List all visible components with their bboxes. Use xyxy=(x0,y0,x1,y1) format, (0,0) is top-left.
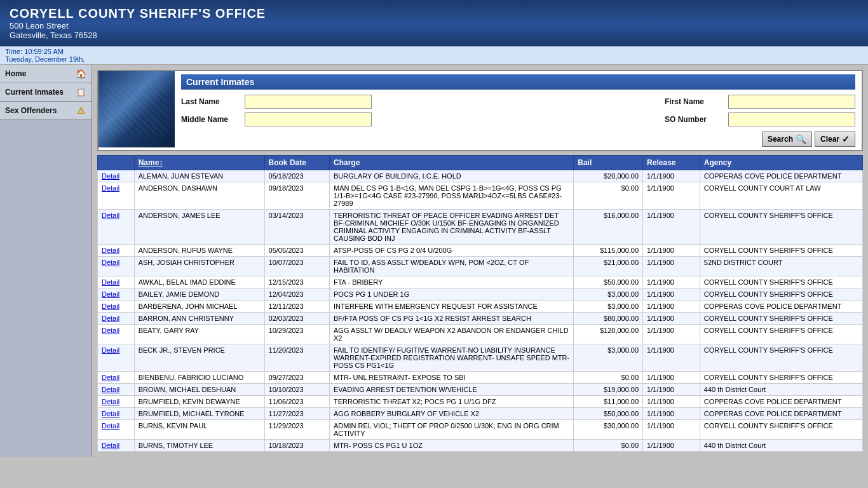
search-button[interactable]: Search 🔍 xyxy=(762,132,812,147)
book-date-cell: 12/04/2023 xyxy=(264,288,329,301)
agency-cell: COPPERAS COVE POLICE DEPARTMENT xyxy=(700,170,862,182)
detail-cell[interactable]: Detail xyxy=(98,245,135,257)
detail-link[interactable]: Detail xyxy=(102,290,119,298)
detail-cell[interactable]: Detail xyxy=(98,396,135,408)
detail-link[interactable]: Detail xyxy=(102,247,119,254)
bail-cell: $16,000.00 xyxy=(574,210,643,245)
release-cell: 1/1/1900 xyxy=(643,182,700,210)
charge-cell: MTR- POSS CS PG1 U 1OZ xyxy=(330,440,574,452)
book-date-cell: 10/07/2023 xyxy=(264,257,329,276)
book-date-cell: 11/29/2023 xyxy=(264,420,329,440)
agency-cell: CORYELL COUNTY SHERIFF'S OFFICE xyxy=(700,313,862,325)
name-cell: BRUMFIELD, MICHAEL TYRONE xyxy=(134,408,264,420)
sidebar-item-home[interactable]: Home 🏠 xyxy=(0,65,92,83)
detail-cell[interactable]: Detail xyxy=(98,210,135,245)
detail-cell[interactable]: Detail xyxy=(98,344,135,372)
book-date-cell: 12/15/2023 xyxy=(264,276,329,288)
detail-link[interactable]: Detail xyxy=(102,410,119,417)
detail-link[interactable]: Detail xyxy=(102,422,119,430)
detail-link[interactable]: Detail xyxy=(102,442,119,449)
bail-cell: $20,000.00 xyxy=(574,170,643,182)
so-number-input[interactable] xyxy=(728,112,855,126)
table-row: Detail BRUMFIELD, KEVIN DEWAYNE 11/06/20… xyxy=(98,396,863,408)
middle-name-input[interactable] xyxy=(245,112,372,126)
release-cell: 1/1/1900 xyxy=(643,276,700,288)
name-cell: ASH, JOSIAH CHRISTOPHER xyxy=(134,257,264,276)
first-name-input[interactable] xyxy=(728,95,855,109)
last-name-input[interactable] xyxy=(245,95,372,109)
name-cell: BIENBENU, FABRICIO LUCIANO xyxy=(134,372,264,384)
detail-cell[interactable]: Detail xyxy=(98,257,135,276)
detail-cell[interactable]: Detail xyxy=(98,440,135,452)
book-date-cell: 10/10/2023 xyxy=(264,384,329,396)
charge-cell: TERRORISTIC THREAT X2; POCS PG 1 U/1G DF… xyxy=(330,396,574,408)
col-header-book-date: Book Date xyxy=(264,156,329,170)
release-cell: 1/1/1900 xyxy=(643,257,700,276)
detail-link[interactable]: Detail xyxy=(102,172,119,180)
detail-cell[interactable]: Detail xyxy=(98,170,135,182)
charge-cell: AGG ASSLT W/ DEADLY WEAPON X2 ABANDON OR… xyxy=(330,325,574,344)
detail-cell[interactable]: Detail xyxy=(98,325,135,344)
sidebar-label-sex-offenders: Sex Offenders xyxy=(5,106,57,115)
table-row: Detail ASH, JOSIAH CHRISTOPHER 10/07/202… xyxy=(98,257,863,276)
table-row: Detail ALEMAN, JUAN ESTEVAN 05/18/2023 B… xyxy=(98,170,863,182)
name-sort-link[interactable]: Name↕ xyxy=(139,158,163,167)
detail-cell[interactable]: Detail xyxy=(98,182,135,210)
detail-cell[interactable]: Detail xyxy=(98,301,135,313)
book-date-cell: 11/27/2023 xyxy=(264,408,329,420)
detail-link[interactable]: Detail xyxy=(102,212,119,219)
bail-cell: $50,000.00 xyxy=(574,408,643,420)
detail-link[interactable]: Detail xyxy=(102,278,119,286)
main-content: Current Inmates Last Name First Name Mid… xyxy=(92,65,868,457)
clear-button-label: Clear xyxy=(820,135,839,144)
release-cell: 1/1/1900 xyxy=(643,210,700,245)
first-name-label: First Name xyxy=(665,97,728,106)
detail-cell[interactable]: Detail xyxy=(98,420,135,440)
detail-link[interactable]: Detail xyxy=(102,315,119,322)
bail-cell: $11,000.00 xyxy=(574,396,643,408)
detail-link[interactable]: Detail xyxy=(102,327,119,334)
detail-cell[interactable]: Detail xyxy=(98,372,135,384)
table-row: Detail AWKAL, BELAL IMAD EDDINE 12/15/20… xyxy=(98,276,863,288)
table-row: Detail ANDERSON, RUFUS WAYNE 05/05/2023 … xyxy=(98,245,863,257)
detail-link[interactable]: Detail xyxy=(102,346,119,354)
site-header: CORYELL COUNTY SHERIFF'S OFFICE 500 Leon… xyxy=(0,0,868,46)
last-name-label: Last Name xyxy=(181,97,245,106)
name-cell: ANDERSON, RUFUS WAYNE xyxy=(134,245,264,257)
detail-link[interactable]: Detail xyxy=(102,398,119,405)
detail-cell[interactable]: Detail xyxy=(98,408,135,420)
col-header-agency: Agency xyxy=(700,156,862,170)
detail-cell[interactable]: Detail xyxy=(98,276,135,288)
charge-cell: TERRORISTIC THREAT OF PEACE OFFICER EVAD… xyxy=(330,210,574,245)
table-row: Detail BURNS, KEVIN PAUL 11/29/2023 ADMI… xyxy=(98,420,863,440)
agency-cell: CORYELL COUNTY SHERIFF'S OFFICE xyxy=(700,245,862,257)
table-header-row: Name↕ Book Date Charge Bail Release Agen… xyxy=(98,156,863,170)
form-title: Current Inmates xyxy=(181,74,855,90)
detail-link[interactable]: Detail xyxy=(102,386,119,393)
sidebar-item-current-inmates[interactable]: Current Inmates 📋 xyxy=(0,83,92,102)
release-cell: 1/1/1900 xyxy=(643,420,700,440)
detail-cell[interactable]: Detail xyxy=(98,288,135,301)
agency-cell: COPPERAS COVE POLICE DEPARTMENT xyxy=(700,408,862,420)
site-title: CORYELL COUNTY SHERIFF'S OFFICE xyxy=(10,6,858,21)
sidebar-item-sex-offenders[interactable]: Sex Offenders ⚠ xyxy=(0,102,92,120)
name-cell: ANDERSON, DASHAWN xyxy=(134,182,264,210)
name-cell: BARRON, ANN CHRISTENNY xyxy=(134,313,264,325)
detail-link[interactable]: Detail xyxy=(102,302,119,310)
book-date-cell: 10/18/2023 xyxy=(264,440,329,452)
detail-link[interactable]: Detail xyxy=(102,259,119,266)
clear-button[interactable]: Clear ✓ xyxy=(815,132,855,147)
detail-cell[interactable]: Detail xyxy=(98,384,135,396)
book-date-cell: 11/06/2023 xyxy=(264,396,329,408)
detail-link[interactable]: Detail xyxy=(102,374,119,381)
table-row: Detail ANDERSON, JAMES LEE 03/14/2023 TE… xyxy=(98,210,863,245)
charge-cell: BF/FTA POSS OF CS PG 1<1G X2 RESIST ARRE… xyxy=(330,313,574,325)
detail-cell[interactable]: Detail xyxy=(98,313,135,325)
name-cell: BRUMFIELD, KEVIN DEWAYNE xyxy=(134,396,264,408)
detail-link[interactable]: Detail xyxy=(102,184,119,192)
bail-cell: $21,000.00 xyxy=(574,257,643,276)
name-cell: BEATY, GARY RAY xyxy=(134,325,264,344)
sidebar-label-current-inmates: Current Inmates xyxy=(5,88,64,97)
bail-cell: $19,000.00 xyxy=(574,384,643,396)
bail-cell: $0.00 xyxy=(574,182,643,210)
